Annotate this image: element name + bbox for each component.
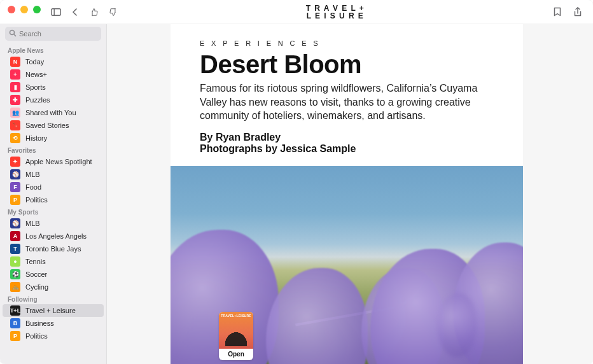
back-button[interactable] (66, 4, 84, 20)
sidebar-item-icon: T+L (10, 305, 20, 316)
sidebar-item-label: History (25, 134, 47, 142)
sidebar-item-label: Apple News Spotlight (25, 158, 92, 165)
sidebar-item-icon: A (10, 231, 20, 241)
brand-line2: L E I S U R E (306, 12, 365, 20)
sidebar-item-label: Food (25, 183, 41, 191)
sidebar-item-icon: ● (10, 256, 20, 267)
sidebar-item-icon: ✦ (10, 157, 20, 167)
sidebar-item-toronto-blue-jays[interactable]: TToronto Blue Jays (3, 242, 104, 255)
sidebar-item-label: Los Angeles Angels (25, 232, 87, 240)
sidebar-item-icon: P (10, 331, 20, 341)
sidebar-item-politics[interactable]: PPolitics (3, 193, 104, 206)
sidebar-item-tennis[interactable]: ●Tennis (3, 255, 104, 268)
sidebar-item-label: Travel + Leisure (25, 307, 76, 314)
search-input[interactable] (5, 27, 101, 41)
content-area: E X P E R I E N C E S Desert Bloom Famou… (107, 24, 593, 364)
sidebar-item-apple-news-spotlight[interactable]: ✦Apple News Spotlight (3, 155, 104, 168)
article-dek: Famous for its riotous spring wildflower… (200, 81, 494, 123)
sidebar-item-label: Tennis (25, 258, 46, 265)
sidebar-icon (51, 8, 61, 16)
svg-rect-0 (52, 8, 61, 15)
svg-line-3 (14, 34, 16, 36)
sidebar-item-icon: 👥 (10, 108, 20, 118)
article-headline: Desert Bloom (200, 51, 494, 78)
share-button[interactable] (569, 4, 587, 20)
svg-point-2 (10, 31, 15, 35)
suggest-more-button[interactable] (85, 4, 103, 20)
sidebar-item-label: Shared with You (25, 109, 76, 116)
sidebar-section-label: My Sports (0, 206, 106, 217)
sidebar-item-label: Puzzles (25, 96, 50, 104)
sidebar-item-label: MLB (25, 171, 40, 178)
sidebar-item-food[interactable]: FFood (3, 181, 104, 193)
sidebar-item-label: Toronto Blue Jays (25, 245, 81, 253)
sidebar-item-icon: + (10, 69, 20, 80)
sidebar-item-icon: F (10, 182, 20, 192)
sidebar-item-icon: N (10, 57, 20, 67)
sidebar-item-icon: ▮ (10, 82, 20, 92)
sidebar-item-label: Saved Stories (25, 122, 69, 129)
magazine-open-button[interactable]: Open (219, 349, 253, 360)
sidebar-item-puzzles[interactable]: ✚Puzzles (3, 94, 104, 106)
share-icon (573, 7, 582, 17)
sidebar-item-politics[interactable]: PPolitics (3, 330, 104, 342)
magazine-cover-thumbnail: TRAVEL+LEISURE (219, 312, 253, 349)
suggest-less-button[interactable] (104, 4, 122, 20)
thumbs-up-icon (90, 8, 99, 17)
article-byline: By Ryan Bradley (200, 132, 494, 143)
sidebar-item-label: Politics (25, 196, 48, 204)
sidebar-item-los-angeles-angels[interactable]: ALos Angeles Angels (3, 230, 104, 242)
publication-title: T R A V E L + L E I S U R E (122, 4, 548, 20)
sidebar-item-mlb[interactable]: ⚾MLB (3, 168, 104, 181)
sidebar-item-label: MLB (25, 220, 40, 227)
sidebar-item-saved-stories[interactable]: 🔖Saved Stories (3, 119, 104, 132)
sidebar-item-mlb[interactable]: ⚾MLB (3, 217, 104, 230)
sidebar-item-cycling[interactable]: 🚲Cycling (3, 281, 104, 293)
sidebar-item-label: Today (25, 58, 44, 66)
sidebar-item-icon: ⚾ (10, 169, 20, 179)
sidebar-item-business[interactable]: BBusiness (3, 317, 104, 330)
search-icon (9, 29, 17, 37)
sidebar-item-history[interactable]: ⟲History (3, 132, 104, 144)
window-maximize-button[interactable] (33, 6, 41, 13)
sidebar: Apple NewsNToday+News+▮Sports✚Puzzles👥Sh… (0, 24, 107, 364)
sidebar-section-label: Following (0, 293, 106, 304)
sidebar-item-icon: ✚ (10, 95, 20, 105)
sidebar-item-label: Cycling (25, 283, 48, 291)
titlebar: T R A V E L + L E I S U R E (0, 0, 593, 24)
sidebar-item-label: Business (25, 319, 54, 327)
window-minimize-button[interactable] (20, 6, 28, 13)
magazine-issue-card[interactable]: TRAVEL+LEISURE Open (219, 312, 253, 360)
sidebar-item-icon: ⚾ (10, 218, 20, 228)
sidebar-item-label: Politics (25, 332, 48, 340)
brand-line1: T R A V E L + (306, 4, 365, 12)
sidebar-item-label: News+ (25, 71, 47, 78)
sidebar-item-travel-leisure[interactable]: T+LTravel + Leisure (3, 304, 104, 317)
thumbs-down-icon (109, 8, 118, 17)
sidebar-item-icon: P (10, 195, 20, 205)
sidebar-item-soccer[interactable]: ⚽Soccer (3, 268, 104, 281)
sidebar-item-icon: B (10, 318, 20, 328)
sidebar-item-icon: 🚲 (10, 282, 20, 292)
sidebar-section-label: Apple News (0, 45, 106, 55)
sidebar-item-news-[interactable]: +News+ (3, 68, 104, 81)
sidebar-item-icon: ⟲ (10, 133, 20, 143)
window-close-button[interactable] (8, 6, 15, 13)
sidebar-item-sports[interactable]: ▮Sports (3, 81, 104, 94)
sidebar-item-icon: T (10, 244, 20, 254)
sidebar-item-label: Sports (25, 83, 46, 91)
sidebar-item-icon: ⚽ (10, 269, 20, 279)
window-traffic-lights (8, 6, 41, 13)
toggle-sidebar-button[interactable] (47, 4, 65, 20)
sidebar-item-shared-with-you[interactable]: 👥Shared with You (3, 106, 104, 119)
sidebar-section-label: Favorites (0, 144, 106, 155)
sidebar-item-today[interactable]: NToday (3, 55, 104, 68)
article-kicker: E X P E R I E N C E S (200, 39, 494, 47)
search-field[interactable] (5, 27, 101, 41)
save-story-button[interactable] (548, 4, 566, 20)
article-photo-credit: Photographs by Jessica Sample (200, 143, 494, 155)
sidebar-item-label: Soccer (25, 270, 47, 278)
bookmark-icon (554, 7, 561, 17)
chevron-left-icon (72, 8, 78, 16)
magazine-cover-title: TRAVEL+LEISURE (219, 314, 253, 318)
